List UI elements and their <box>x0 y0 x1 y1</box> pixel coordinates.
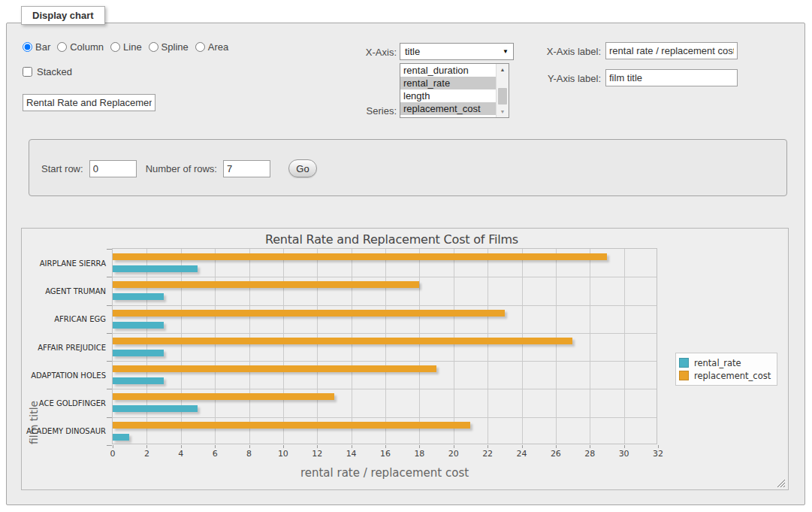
bar-replacement_cost <box>113 253 607 260</box>
stacked-label: Stacked <box>37 66 72 77</box>
scroll-up-icon[interactable]: ▲ <box>497 64 509 75</box>
x-tick-mark <box>556 445 557 448</box>
x-tick-mark <box>624 445 625 448</box>
legend-item: replacement_cost <box>679 369 771 382</box>
chart-type-radio-column[interactable] <box>57 42 67 52</box>
gridline <box>454 249 454 444</box>
y-axis-label-input[interactable] <box>605 69 738 86</box>
chart-type-radio-line[interactable] <box>110 42 120 52</box>
series-options: rental_durationrental_ratelengthreplacem… <box>400 64 496 117</box>
rows-form: Start row: Number of rows: Go <box>41 159 317 177</box>
y-tick-mark <box>107 417 112 418</box>
series-option-rental_rate[interactable]: rental_rate <box>400 77 496 89</box>
go-button[interactable]: Go <box>288 159 317 177</box>
gridline <box>113 277 657 277</box>
x-tick-label: 20 <box>448 449 459 459</box>
x-tick-label: 28 <box>584 449 595 459</box>
gridline <box>249 249 250 444</box>
x-axis-label-input[interactable] <box>605 42 738 59</box>
category-label: ACADEMY DINOSAUR <box>26 427 106 435</box>
x-tick-label: 16 <box>380 449 391 459</box>
category-label: ACE GOLDFINGER <box>39 399 106 407</box>
gridline <box>113 417 657 418</box>
rows-fieldset: Start row: Number of rows: Go <box>29 139 787 196</box>
gridline <box>283 249 284 444</box>
x-tick-mark <box>215 445 216 448</box>
legend-swatch <box>679 371 689 380</box>
x-axis-selected-value: title <box>400 46 498 57</box>
x-tick-label: 22 <box>482 449 493 459</box>
bar-rental_rate <box>113 293 164 300</box>
category-label: ADAPTATION HOLES <box>31 371 106 379</box>
x-tick-label: 4 <box>178 449 183 459</box>
legend-swatch <box>679 358 689 368</box>
series-scrollbar[interactable]: ▲ ▼ <box>496 64 509 117</box>
x-tick-label: 8 <box>246 449 252 459</box>
chart-type-option-column[interactable]: Column <box>57 41 104 53</box>
bar-rental_rate <box>113 265 198 272</box>
chart-type-option-bar[interactable]: Bar <box>23 41 50 53</box>
x-tick-mark <box>352 445 352 448</box>
chart-type-radio-area[interactable] <box>195 42 205 52</box>
series-label: Series: <box>321 105 397 117</box>
resize-handle-icon[interactable] <box>777 479 786 488</box>
x-tick-mark <box>181 445 182 448</box>
y-axis-label-field-label: Y-Axis label: <box>526 73 601 84</box>
chart-type-radio-label: Line <box>123 41 142 53</box>
chart-type-radio-bar[interactable] <box>23 42 32 52</box>
display-chart-legend: Display chart <box>21 6 105 25</box>
num-rows-input[interactable] <box>223 160 270 177</box>
stacked-checkbox[interactable] <box>23 67 32 77</box>
stacked-checkbox-row[interactable]: Stacked <box>23 66 72 77</box>
y-tick-mark <box>107 277 112 277</box>
x-tick-label: 18 <box>414 449 424 459</box>
x-axis-select[interactable]: title ▼ <box>400 43 514 60</box>
chart-type-radio-group: BarColumnLineSplineArea <box>23 41 235 53</box>
gridline <box>215 249 216 444</box>
chart-x-axis-title: rental rate / replacement cost <box>112 466 657 480</box>
bar-replacement_cost <box>113 422 470 429</box>
start-row-label: Start row: <box>41 163 83 174</box>
x-tick-mark <box>249 445 250 448</box>
series-option-replacement_cost[interactable]: replacement_cost <box>400 102 496 115</box>
category-label: AFRICAN EGG <box>54 315 106 323</box>
x-tick-label: 6 <box>213 449 218 459</box>
start-row-input[interactable] <box>89 160 137 177</box>
chart-type-option-spline[interactable]: Spline <box>149 41 189 53</box>
chart-type-radio-spline[interactable] <box>149 42 158 52</box>
series-option-length[interactable]: length <box>400 89 496 102</box>
num-rows-label: Number of rows: <box>146 163 217 174</box>
scrollbar-thumb[interactable] <box>498 88 507 105</box>
y-tick-mark <box>107 445 112 446</box>
bar-rental_rate <box>113 350 164 356</box>
x-tick-label: 14 <box>346 449 357 459</box>
gridline <box>113 361 657 362</box>
chart-type-option-area[interactable]: Area <box>195 41 228 53</box>
bar-replacement_cost <box>113 281 419 288</box>
chart-title: Rental Rate and Replacement Cost of Film… <box>22 232 762 247</box>
chevron-down-icon: ▼ <box>498 48 513 55</box>
chart-type-radio-label: Spline <box>161 41 189 53</box>
chart-type-radio-label: Bar <box>35 41 50 53</box>
x-tick-mark <box>283 445 284 448</box>
gridline <box>317 249 318 444</box>
gridline <box>146 249 147 444</box>
bar-rental_rate <box>113 434 129 441</box>
scroll-down-icon[interactable]: ▼ <box>497 106 509 117</box>
gridline <box>181 249 182 444</box>
bar-replacement_cost <box>113 365 436 372</box>
bar-rental_rate <box>113 405 198 412</box>
bar-replacement_cost <box>113 393 334 400</box>
y-tick-mark <box>107 361 112 362</box>
gridline <box>113 389 657 389</box>
x-axis-label-field-label: X-Axis label: <box>526 46 601 57</box>
x-tick-label: 12 <box>312 449 322 459</box>
series-multiselect[interactable]: rental_durationrental_ratelengthreplacem… <box>400 63 509 118</box>
y-tick-mark <box>107 333 112 334</box>
bar-rental_rate <box>113 322 164 329</box>
chart-type-option-line[interactable]: Line <box>110 41 142 53</box>
chart-title-input[interactable] <box>23 94 155 111</box>
gridline <box>419 249 420 444</box>
series-option-rental_duration[interactable]: rental_duration <box>400 64 496 77</box>
chart-type-radio-label: Column <box>70 41 104 53</box>
